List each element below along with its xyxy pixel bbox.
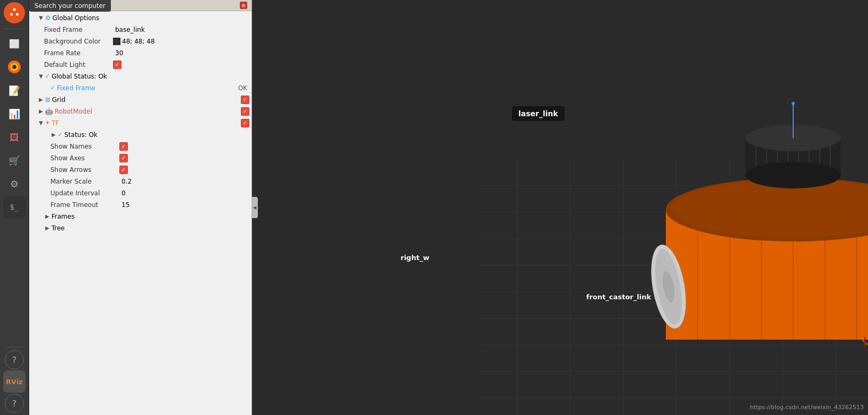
robot-model-arrow [38, 108, 44, 115]
tf-row[interactable]: ✦ TF ✓ [29, 117, 251, 129]
fixed-frame-sub-check: ✓ [50, 83, 55, 93]
global-options-arrow [38, 15, 44, 21]
update-interval-value: 0 [121, 188, 126, 198]
taskbar-bottom: ? RViz ? [3, 344, 25, 413]
update-interval-row[interactable]: Update Interval 0 [29, 187, 251, 199]
background-color-row[interactable]: Background Color 48; 48; 48 [29, 36, 251, 47]
grid-checkbox[interactable]: ✓ [241, 96, 249, 104]
taskbar-icon-rviz[interactable]: RViz [3, 370, 25, 393]
laser-link-tooltip: laser_link [512, 106, 565, 121]
frames-label: Frames [51, 212, 251, 221]
fixed-frame-sub-row[interactable]: ✓ Fixed Frame OK [29, 82, 251, 94]
taskbar-divider-2 [5, 347, 23, 347]
status-ok-check: ✓ [58, 130, 63, 140]
frame-timeout-label: Frame Timeout [50, 200, 119, 210]
tf-arrow [38, 120, 44, 126]
robot-model-checkbox[interactable]: ✓ [241, 107, 249, 116]
fixed-frame-label: Fixed Frame [44, 25, 113, 34]
status-ok-arrow [50, 132, 57, 138]
taskbar-icon-window[interactable]: ⬜ [3, 32, 25, 55]
taskbar-icon-calc[interactable]: 📊 [3, 102, 25, 125]
tree-label: Tree [51, 223, 251, 233]
show-names-checkbox[interactable]: ✓ [119, 142, 128, 151]
svg-point-48 [745, 162, 841, 188]
show-axes-label: Show Axes [50, 153, 119, 163]
global-status-arrow [38, 73, 44, 80]
robot-model-label: RobotModel [55, 107, 241, 116]
frame-rate-value: 30 [115, 48, 123, 58]
grid-canvas [252, 0, 868, 415]
viewport[interactable]: laser_link right_w front_castor_link htt… [252, 0, 868, 415]
taskbar-icon-text[interactable]: 📝 [3, 79, 25, 101]
global-options-label: Global Options [53, 13, 251, 23]
marker-scale-row[interactable]: Marker Scale 0.2 [29, 176, 251, 187]
ubuntu-icon[interactable] [4, 2, 25, 23]
gear-icon: ⚙ [45, 13, 51, 23]
tree-arrow [44, 225, 50, 231]
marker-scale-value: 0.2 [121, 177, 132, 186]
default-light-label: Default Light [44, 60, 113, 70]
fixed-frame-row[interactable]: Fixed Frame base_link [29, 24, 251, 36]
tf-icon: ✦ [45, 118, 50, 128]
global-options-row[interactable]: ⚙ Global Options [29, 12, 251, 24]
fixed-frame-value: base_link [115, 25, 145, 34]
grid-row[interactable]: ⊞ Grid ✓ [29, 94, 251, 106]
frame-rate-label: Frame Rate [44, 48, 113, 58]
grid-label: Grid [52, 95, 241, 105]
show-arrows-row[interactable]: Show Arrows ✓ [29, 164, 251, 176]
global-status-label: Global Status: Ok [51, 72, 251, 81]
tf-checkbox[interactable]: ✓ [241, 119, 249, 127]
taskbar-icon-present[interactable]: 🖼 [3, 126, 25, 148]
color-swatch [113, 38, 120, 45]
tf-label: TF [51, 118, 241, 128]
show-arrows-label: Show Arrows [50, 165, 119, 175]
show-axes-row[interactable]: Show Axes ✓ [29, 152, 251, 164]
svg-point-3 [10, 13, 13, 16]
taskbar-icon-help-1[interactable]: ? [5, 350, 24, 369]
show-names-row[interactable]: Show Names ✓ [29, 141, 251, 152]
taskbar: ⬜ 📝 📊 🖼 🛒 ⚙ $_ ? RViz ? [0, 0, 29, 415]
show-axes-checkbox[interactable]: ✓ [119, 154, 128, 162]
taskbar-icon-firefox[interactable] [3, 56, 25, 78]
show-arrows-checkbox[interactable]: ✓ [119, 166, 128, 174]
taskbar-icon-terminal[interactable]: $_ [3, 196, 25, 218]
global-status-check: ✓ [45, 72, 50, 81]
displays-panel: Displays × ⚙ Global Options Fixed Frame … [29, 0, 252, 415]
robot-model-row[interactable]: 🤖 RobotModel ✓ [29, 106, 251, 117]
taskbar-icon-store[interactable]: 🛒 [3, 149, 25, 171]
update-interval-label: Update Interval [50, 188, 119, 198]
svg-point-51 [792, 102, 795, 105]
right-wheel-label: right_w [401, 254, 429, 262]
fixed-frame-sub-value: OK [238, 83, 247, 93]
search-tooltip: Search your computer [29, 0, 111, 12]
robot-model-icon: 🤖 [45, 107, 53, 116]
default-light-checkbox[interactable]: ✓ [113, 60, 121, 69]
svg-point-1 [13, 8, 16, 11]
fixed-frame-sub-label: Fixed Frame [57, 83, 236, 93]
svg-point-2 [16, 13, 19, 16]
taskbar-icon-help-2[interactable]: ? [5, 394, 24, 413]
grid-arrow [38, 97, 44, 103]
tree-row[interactable]: Tree [29, 222, 251, 234]
taskbar-divider-1 [3, 29, 25, 29]
panel-collapse-handle[interactable]: ◀ [251, 197, 258, 218]
global-status-row[interactable]: ✓ Global Status: Ok [29, 71, 251, 82]
frame-timeout-value: 15 [121, 200, 129, 210]
show-names-label: Show Names [50, 142, 119, 151]
frame-rate-row[interactable]: Frame Rate 30 [29, 47, 251, 59]
default-light-row[interactable]: Default Light ✓ [29, 59, 251, 71]
grid-icon: ⊞ [45, 95, 50, 105]
background-color-label: Background Color [44, 37, 113, 46]
displays-close-btn[interactable]: × [240, 2, 247, 9]
background-color-value: 48; 48; 48 [113, 37, 251, 46]
svg-point-6 [12, 65, 16, 69]
marker-scale-label: Marker Scale [50, 177, 119, 186]
frames-arrow [44, 213, 50, 220]
taskbar-icon-settings[interactable]: ⚙ [3, 172, 25, 195]
tree-container[interactable]: ⚙ Global Options Fixed Frame base_link B… [29, 11, 251, 415]
watermark: https://blog.csdn.net/weixin_43262513 [750, 404, 864, 411]
frame-timeout-row[interactable]: Frame Timeout 15 [29, 199, 251, 211]
status-ok-row[interactable]: ✓ Status: Ok [29, 129, 251, 141]
status-ok-label: Status: Ok [64, 130, 251, 140]
frames-row[interactable]: Frames [29, 211, 251, 222]
